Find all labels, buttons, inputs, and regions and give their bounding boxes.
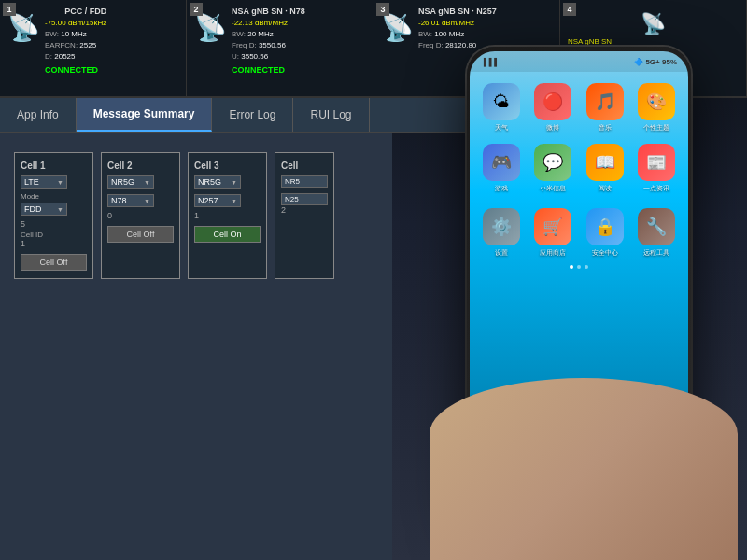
app-weibo[interactable]: 🔴 微博 — [531, 83, 576, 133]
phone-5g-badge: 🔷 5G+ 95% — [634, 58, 677, 66]
cell4-id: 2 — [281, 205, 328, 215]
cell1-button[interactable]: Cell Off — [21, 254, 87, 271]
cell-config-3: Cell 3 NR5G ▼ N257 ▼ 1 Cell On — [188, 152, 267, 279]
phone-overlay: ▐▐▐ 🔷 5G+ 95% 🌤 天气 🔴 微博 🎵 音乐 🎨 — [439, 28, 728, 546]
cell-panel-1: 1 📡 PCC / FDD -75.00 dBm/15kHz BW: 10 MH… — [0, 0, 187, 96]
panel1-earfcn: 2525 — [79, 41, 96, 49]
tab-error-log[interactable]: Error Log — [212, 98, 293, 132]
phone-status-bar: ▐▐▐ 🔷 5G+ 95% — [470, 51, 688, 72]
app-grid-row2: 🎮 游戏 💬 小米信息 📖 阅读 📰 一点资讯 — [470, 140, 688, 197]
hand — [430, 378, 738, 560]
panel-number-4: 4 — [563, 3, 576, 16]
cell-config-1: Cell 1 LTE ▼ Mode FDD ▼ 5 Cell ID 1 Cell… — [14, 152, 93, 279]
cell3-button[interactable]: Cell On — [194, 226, 261, 243]
tab-bar: App Info Message Summary Error Log RUI L… — [0, 98, 467, 133]
cell1-cell-id: 1 — [21, 239, 87, 248]
cell2-tech-select[interactable]: NR5G ▼ — [107, 175, 154, 189]
app-news[interactable]: 📰 一点资讯 — [635, 144, 680, 193]
cell1-mode-select[interactable]: FDD ▼ — [21, 203, 67, 216]
panel3-signal: -26.01 dBm/MHz — [418, 19, 474, 27]
panel2-status: CONNECTED — [232, 65, 305, 75]
cell4-band-select[interactable]: N25 — [281, 193, 328, 205]
panel1-d: 20525 — [54, 52, 75, 61]
app-reading[interactable]: 📖 阅读 — [583, 144, 627, 193]
app-security[interactable]: 🔒 安全中心 — [583, 208, 627, 258]
dot-1 — [570, 265, 573, 269]
panel1-bw: 10 MHz — [61, 30, 87, 38]
panel-number-1: 1 — [3, 3, 16, 16]
app-grid-row1: 🌤 天气 🔴 微博 🎵 音乐 🎨 个性主题 — [470, 72, 688, 140]
cell1-label: Cell 1 — [21, 161, 87, 171]
panel2-signal: -22.13 dBm/MHz — [232, 19, 288, 27]
app-music[interactable]: 🎵 音乐 — [583, 83, 627, 133]
cell1-id: 5 — [21, 219, 87, 229]
panel1-signal: -75.00 dBm/15kHz — [45, 19, 106, 27]
cell-config-4: Cell NR5 N25 2 — [275, 152, 334, 279]
cell4-tech-select[interactable]: NR5 — [281, 175, 328, 188]
cell3-tech-select[interactable]: NR5G ▼ — [194, 175, 241, 189]
cell3-band-select[interactable]: N257 ▼ — [194, 194, 241, 207]
app-settings[interactable]: ⚙️ 设置 — [479, 208, 524, 258]
cell2-band-select[interactable]: N78 ▼ — [107, 194, 154, 207]
panel2-freq-d: 3550.56 — [259, 41, 286, 49]
cell-panel-2: 2 📡 NSA gNB SN · N78 -22.13 dBm/MHz BW: … — [187, 0, 374, 96]
main-content: Cell 1 LTE ▼ Mode FDD ▼ 5 Cell ID 1 Cell… — [0, 133, 392, 560]
cell2-id: 0 — [107, 211, 174, 220]
app-games[interactable]: 🎮 游戏 — [479, 144, 524, 193]
panel3-nsa: NSA gNB SN · N257 — [418, 7, 497, 18]
cell2-button[interactable]: Cell Off — [107, 226, 174, 243]
panel2-freq-u: 3550.56 — [241, 52, 268, 61]
cell-config-2: Cell 2 NR5G ▼ N78 ▼ 0 Cell Off — [101, 152, 180, 279]
tab-rui-log[interactable]: RUI Log — [293, 98, 369, 132]
tab-message-summary[interactable]: Message Summary — [77, 98, 213, 132]
cell2-label: Cell 2 — [107, 161, 174, 171]
app-grid-row3: ⚙️ 设置 🛒 应用商店 🔒 安全中心 🔧 远程工具 — [470, 204, 688, 261]
app-messages[interactable]: 💬 小米信息 — [531, 144, 576, 193]
cell1-tech-select[interactable]: LTE ▼ — [21, 175, 67, 189]
cell3-id: 1 — [194, 211, 261, 220]
panel2-bw: 20 MHz — [247, 30, 274, 38]
app-weather[interactable]: 🌤 天气 — [479, 83, 524, 133]
panel-number-3: 3 — [376, 3, 389, 16]
page-dots — [470, 265, 688, 269]
phone-signal-icon: ▐▐▐ — [481, 58, 497, 66]
panel1-type: PCC / FDD — [45, 7, 106, 18]
dot-2 — [577, 265, 581, 269]
cells-grid: Cell 1 LTE ▼ Mode FDD ▼ 5 Cell ID 1 Cell… — [14, 152, 378, 279]
panel2-nsa: NSA gNB SN · N78 — [232, 7, 305, 18]
dot-3 — [585, 265, 588, 269]
app-themes[interactable]: 🎨 个性主题 — [635, 83, 680, 133]
app-remote-tools[interactable]: 🔧 远程工具 — [635, 208, 680, 258]
cell3-label: Cell 3 — [194, 161, 261, 171]
app-store[interactable]: 🛒 应用商店 — [531, 208, 576, 258]
panel1-status: CONNECTED — [45, 65, 106, 75]
tab-app-info[interactable]: App Info — [0, 98, 77, 132]
cell4-label: Cell — [281, 161, 328, 171]
panel-number-2: 2 — [190, 3, 203, 16]
